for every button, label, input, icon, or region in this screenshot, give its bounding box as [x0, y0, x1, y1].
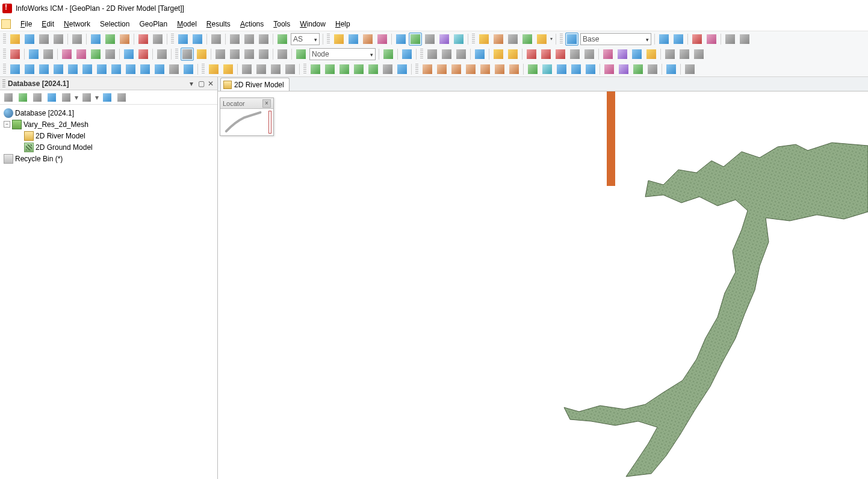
document-tab[interactable]: 2D River Model: [220, 78, 290, 91]
tb-play6-icon[interactable]: [81, 63, 94, 76]
tb-edit-icon[interactable]: [276, 32, 289, 46]
tb-m6-icon[interactable]: [554, 48, 567, 61]
tb-p6-icon[interactable]: [284, 63, 297, 76]
tb-i4-icon[interactable]: [705, 32, 718, 46]
tb-m1-icon[interactable]: [473, 48, 486, 61]
tb-grid-icon[interactable]: [42, 48, 55, 61]
tb-n5-icon[interactable]: [663, 48, 677, 61]
tb-m7-icon[interactable]: [568, 48, 581, 61]
tb-s9-icon[interactable]: [646, 63, 659, 76]
tb-g4-icon[interactable]: [376, 32, 389, 46]
tb-j6-icon[interactable]: [155, 48, 169, 61]
tb-n2-icon[interactable]: [616, 48, 629, 61]
tb-pan-icon[interactable]: [426, 48, 439, 61]
tb-s3-icon[interactable]: [555, 63, 568, 76]
tb-play1-icon[interactable]: [8, 63, 22, 76]
tb-s1-icon[interactable]: [526, 63, 539, 76]
menu-tools[interactable]: Tools: [268, 18, 295, 30]
locator-body[interactable]: [220, 109, 273, 135]
tb-m5-icon[interactable]: [539, 48, 553, 61]
combo-base[interactable]: Base: [580, 33, 651, 45]
tb-play2-icon[interactable]: [23, 63, 36, 76]
tb-play4-icon[interactable]: [52, 63, 65, 76]
tb-q4-icon[interactable]: [352, 63, 365, 76]
tb-k2-icon[interactable]: [214, 48, 227, 61]
tb-h4-icon[interactable]: [521, 32, 534, 46]
tb-g6-icon[interactable]: [423, 32, 436, 46]
panel-close-icon[interactable]: ✕: [206, 79, 215, 88]
tb-r6-icon[interactable]: [493, 63, 506, 76]
tb-world-icon[interactable]: [294, 48, 308, 61]
tb-j3-icon[interactable]: [89, 48, 102, 61]
tb-r3-icon[interactable]: [450, 63, 463, 76]
db-list-icon[interactable]: [31, 91, 43, 104]
tb-l2-icon[interactable]: [400, 48, 414, 61]
tb-check-icon[interactable]: [8, 48, 22, 61]
menu-results[interactable]: Results: [202, 18, 235, 30]
tb-s5-icon[interactable]: [584, 63, 597, 76]
tb-i1-icon[interactable]: [657, 32, 671, 46]
tb-h1-icon[interactable]: [477, 32, 491, 46]
menu-edit[interactable]: Edit: [37, 18, 59, 30]
tb-j5-icon[interactable]: [122, 48, 135, 61]
tb-n6-icon[interactable]: [678, 48, 691, 61]
tb-n4-icon[interactable]: [645, 48, 658, 61]
tb-play12-icon[interactable]: [167, 63, 181, 76]
tb-help-icon[interactable]: [151, 32, 164, 46]
tb-saveall-icon[interactable]: [52, 32, 65, 46]
tb-h2-icon[interactable]: [492, 32, 505, 46]
tb-p4-icon[interactable]: [255, 63, 268, 76]
tb-play8-icon[interactable]: [110, 63, 123, 76]
tree-root[interactable]: Database [2024.1]: [1, 107, 216, 119]
tb-floppy-icon[interactable]: [89, 32, 102, 46]
tb-k3-icon[interactable]: [228, 48, 241, 61]
menu-file[interactable]: File: [16, 18, 37, 30]
tb-n7-icon[interactable]: [692, 48, 705, 61]
tb-j4-icon[interactable]: [104, 48, 117, 61]
tb-back-icon[interactable]: [209, 32, 223, 46]
tb-cut-icon[interactable]: [228, 32, 241, 46]
tb-flag-icon[interactable]: [118, 32, 131, 46]
tb-delete-icon[interactable]: [137, 48, 150, 61]
menu-help[interactable]: Help: [330, 18, 355, 30]
geoplan-canvas[interactable]: Locator ×: [218, 91, 868, 479]
tb-scenario-icon[interactable]: [565, 32, 578, 46]
tb-j1-icon[interactable]: [60, 48, 73, 61]
tb-p1-icon[interactable]: [207, 63, 220, 76]
locator-close-icon[interactable]: ×: [262, 99, 271, 108]
menu-actions[interactable]: Actions: [235, 18, 268, 30]
tb-play7-icon[interactable]: [95, 63, 108, 76]
tb-paste-icon[interactable]: [257, 32, 270, 46]
tb-h3-icon[interactable]: [506, 32, 519, 46]
tb-globe-icon[interactable]: [409, 32, 422, 46]
panel-options-icon[interactable]: ▾: [187, 79, 196, 88]
tb-copy-icon[interactable]: [243, 32, 256, 46]
tb-play9-icon[interactable]: [124, 63, 137, 76]
panel-pin-icon[interactable]: ▢: [197, 79, 205, 88]
tb-k5-icon[interactable]: [257, 48, 270, 61]
tb-r1-icon[interactable]: [421, 63, 434, 76]
tb-r4-icon[interactable]: [464, 63, 477, 76]
tb-j2-icon[interactable]: [75, 48, 88, 61]
tb-k1-icon[interactable]: [195, 48, 208, 61]
db-sort-icon[interactable]: [60, 91, 72, 104]
tb-i3-icon[interactable]: [690, 32, 704, 46]
menu-selection[interactable]: Selection: [95, 18, 134, 30]
tb-sql-icon[interactable]: [27, 48, 40, 61]
tree-ground-model[interactable]: 2D Ground Model: [1, 141, 216, 153]
tb-save-icon[interactable]: [37, 32, 51, 46]
tree-recycle-bin[interactable]: Recycle Bin (*): [1, 153, 216, 164]
tb-r5-icon[interactable]: [479, 63, 492, 76]
db-find-icon[interactable]: [81, 91, 93, 104]
tb-q7-icon[interactable]: [395, 63, 409, 76]
tb-g3-icon[interactable]: [361, 32, 374, 46]
tb-i2-icon[interactable]: [672, 32, 685, 46]
tb-play3-icon[interactable]: [37, 63, 51, 76]
tb-print-icon[interactable]: [70, 32, 84, 46]
tb-q1-icon[interactable]: [309, 63, 322, 76]
tb-zoomout-icon[interactable]: [454, 48, 468, 61]
tb-m8-icon[interactable]: [583, 48, 596, 61]
tree-river-model[interactable]: 2D River Model: [1, 130, 216, 141]
tb-select-icon[interactable]: [181, 48, 194, 61]
tb-play13-icon[interactable]: [182, 63, 195, 76]
